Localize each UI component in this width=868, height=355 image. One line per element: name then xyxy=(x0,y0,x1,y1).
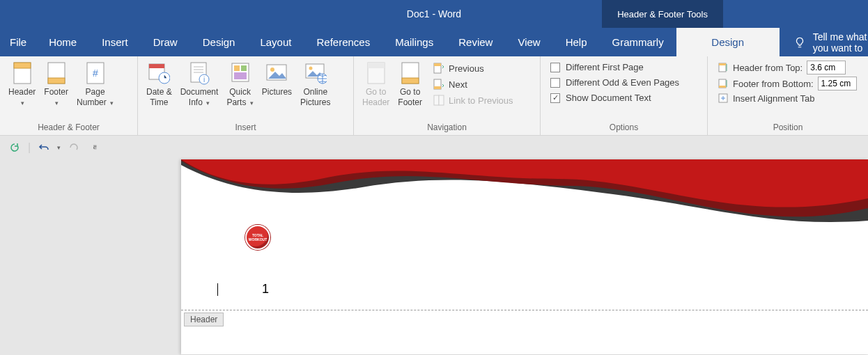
goto-footer-icon xyxy=(399,62,421,84)
goto-header-button: Go toHeader xyxy=(358,59,394,111)
tab-mailings[interactable]: Mailings xyxy=(382,28,446,56)
group-options: Different First Page Different Odd & Eve… xyxy=(541,56,708,135)
tab-header-footer-design[interactable]: Design xyxy=(676,28,780,56)
page-number-text: 1 xyxy=(262,282,269,297)
checkbox-icon xyxy=(550,63,560,72)
header-top-input[interactable] xyxy=(807,61,846,74)
header-button[interactable]: Header▾ xyxy=(4,59,40,111)
tab-file[interactable]: File xyxy=(0,28,36,56)
group-label: Navigation xyxy=(358,120,536,135)
svg-rect-16 xyxy=(234,65,240,71)
svg-rect-32 xyxy=(434,95,439,105)
pictures-button[interactable]: Pictures xyxy=(258,59,296,111)
tab-design[interactable]: Design xyxy=(190,28,248,56)
group-navigation: Go toHeader Go toFooter Previous Next xyxy=(354,56,541,135)
svg-rect-33 xyxy=(439,95,444,105)
quick-access-toolbar: | ▾ ⋷ xyxy=(0,136,868,159)
page-number-button[interactable]: # PageNumber ▾ xyxy=(72,59,118,111)
header-wave-graphic xyxy=(181,159,868,236)
chevron-down-icon[interactable]: ▾ xyxy=(57,144,61,151)
next-button[interactable]: Next xyxy=(431,77,516,92)
tell-me-search[interactable]: Tell me what you want to xyxy=(780,31,868,54)
svg-text:i: i xyxy=(203,76,205,84)
insert-alignment-tab-button[interactable]: Insert Alignment Tab xyxy=(718,93,857,104)
title-bar: Doc1 - Word Header & Footer Tools xyxy=(0,0,868,28)
tab-draw[interactable]: Draw xyxy=(141,28,190,56)
tab-home[interactable]: Home xyxy=(36,28,89,56)
refresh-button[interactable] xyxy=(8,141,21,154)
tell-me-label: Tell me what you want to xyxy=(813,31,868,54)
alignment-tab-icon xyxy=(718,93,729,104)
previous-button[interactable]: Previous xyxy=(431,61,516,76)
chevron-down-icon: ▾ xyxy=(250,98,254,109)
link-icon xyxy=(433,95,444,106)
svg-rect-3 xyxy=(48,78,65,84)
document-info-button[interactable]: i DocumentInfo ▾ xyxy=(176,59,223,111)
document-area: TOTAL WORKOUT 1 Header xyxy=(0,159,868,355)
svg-rect-35 xyxy=(719,63,726,65)
contextual-tools-label: Header & Footer Tools xyxy=(602,0,723,28)
group-label: Options xyxy=(545,120,703,135)
header-icon xyxy=(11,62,33,84)
checkbox-icon xyxy=(550,78,560,88)
svg-rect-25 xyxy=(368,63,385,68)
group-header-footer: Header▾ Footer▾ # PageNumber ▾ Header & … xyxy=(0,56,138,135)
tab-help[interactable]: Help xyxy=(553,28,600,56)
next-icon xyxy=(433,79,444,90)
ribbon: Header▾ Footer▾ # PageNumber ▾ Header & … xyxy=(0,56,868,136)
online-pictures-button[interactable]: OnlinePictures xyxy=(296,59,334,111)
link-to-previous-button: Link to Previous xyxy=(431,93,516,108)
tab-insert[interactable]: Insert xyxy=(89,28,141,56)
footer-button[interactable]: Footer▾ xyxy=(40,59,72,111)
group-insert: Date &Time i DocumentInfo ▾ QuickParts ▾… xyxy=(138,56,354,135)
pictures-icon xyxy=(265,62,288,84)
tab-references[interactable]: References xyxy=(304,28,382,56)
svg-rect-27 xyxy=(402,78,419,84)
footer-bottom-input[interactable] xyxy=(818,77,857,90)
chevron-down-icon: ▾ xyxy=(55,98,59,109)
undo-button[interactable] xyxy=(38,141,50,154)
header-top-icon xyxy=(718,62,729,73)
customize-qat-icon[interactable]: ⋷ xyxy=(93,144,97,151)
group-label: Header & Footer xyxy=(4,120,133,135)
online-pictures-icon xyxy=(304,62,327,84)
group-label: Insert xyxy=(142,120,349,135)
date-time-button[interactable]: Date &Time xyxy=(142,59,176,111)
svg-rect-31 xyxy=(434,86,441,89)
tab-grammarly[interactable]: Grammarly xyxy=(600,28,676,56)
redo-button[interactable] xyxy=(68,141,80,154)
ribbon-tabs: File Home Insert Draw Design Layout Refe… xyxy=(0,28,868,56)
document-info-icon: i xyxy=(188,62,210,84)
goto-footer-button[interactable]: Go toFooter xyxy=(394,59,426,111)
group-label: Position xyxy=(712,120,864,135)
tab-layout[interactable]: Layout xyxy=(247,28,304,56)
svg-rect-17 xyxy=(241,65,247,71)
svg-rect-18 xyxy=(234,72,247,79)
svg-point-20 xyxy=(270,68,274,72)
page-number-icon: # xyxy=(84,62,107,84)
chevron-down-icon: ▾ xyxy=(21,98,24,109)
different-odd-even-checkbox[interactable]: Different Odd & Even Pages xyxy=(550,76,679,89)
svg-text:#: # xyxy=(93,68,98,79)
tab-review[interactable]: Review xyxy=(446,28,505,56)
date-time-icon xyxy=(148,62,170,84)
svg-rect-37 xyxy=(719,86,726,88)
svg-point-22 xyxy=(309,67,312,70)
previous-icon xyxy=(433,63,444,74)
header-indicator-tab: Header xyxy=(184,313,224,326)
different-first-page-checkbox[interactable]: Different First Page xyxy=(550,61,679,74)
group-position: Header from Top: Footer from Bottom: Ins… xyxy=(708,56,868,135)
svg-rect-7 xyxy=(149,64,164,68)
document-page[interactable]: TOTAL WORKOUT 1 Header xyxy=(181,159,868,354)
tab-view[interactable]: View xyxy=(505,28,552,56)
show-document-text-checkbox[interactable]: ✓ Show Document Text xyxy=(550,91,679,104)
header-boundary-line xyxy=(181,310,868,310)
svg-rect-1 xyxy=(14,63,31,68)
footer-icon xyxy=(45,62,68,84)
quick-parts-button[interactable]: QuickParts ▾ xyxy=(222,59,257,111)
text-cursor xyxy=(217,283,218,296)
logo-badge: TOTAL WORKOUT xyxy=(245,225,270,250)
title-right: Header & Footer Tools xyxy=(602,0,868,28)
lightbulb-icon xyxy=(793,36,806,49)
chevron-down-icon: ▾ xyxy=(110,98,114,109)
